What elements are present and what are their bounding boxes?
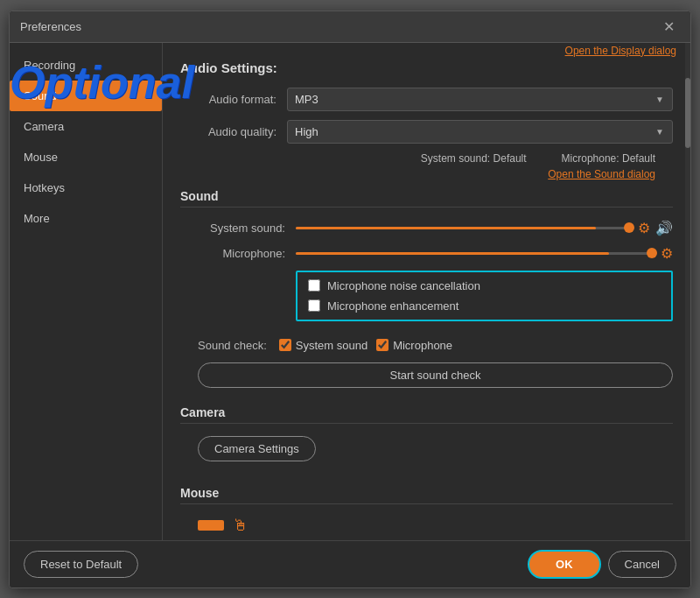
sidebar-item-camera[interactable]: Camera <box>10 111 162 142</box>
system-sound-status: System sound: Default <box>421 152 527 165</box>
noise-cancellation-row: Microphone noise cancellation <box>308 279 661 292</box>
mouse-row: 🖱 <box>198 517 673 535</box>
start-sound-check-button[interactable]: Start sound check <box>198 362 673 388</box>
enhancement-checkbox[interactable] <box>308 299 320 312</box>
sidebar-item-hotkeys[interactable]: Hotkeys <box>10 172 162 203</box>
camera-section-title: Camera <box>180 405 673 424</box>
system-sound-fill <box>296 227 596 229</box>
microphone-slider-label: Microphone: <box>180 247 285 260</box>
close-button[interactable]: ✕ <box>658 17 680 37</box>
system-sound-slider-label: System sound: <box>180 222 285 235</box>
mouse-icon: 🖱 <box>233 517 248 535</box>
optional-banner: Optional <box>10 60 194 105</box>
optional-text: Optional <box>10 57 194 108</box>
noise-cancellation-checkbox[interactable] <box>308 279 320 292</box>
sidebar-item-mouse[interactable]: Mouse <box>10 142 162 172</box>
system-sound-check-label: System sound <box>296 339 368 352</box>
audio-quality-select[interactable]: High Medium Low <box>287 120 673 144</box>
main-content: Audio Settings: Audio format: MP3 AAC M4… <box>163 43 690 540</box>
microphone-checkbox[interactable] <box>376 339 388 351</box>
audio-quality-label: Audio quality: <box>180 125 276 138</box>
microphone-slider-row: Microphone: ⚙ <box>180 245 673 262</box>
system-sound-thumb[interactable] <box>624 222 634 233</box>
scrollbar-thumb[interactable] <box>685 78 690 148</box>
system-sound-slider[interactable] <box>296 227 629 229</box>
sidebar-item-more[interactable]: More <box>10 203 162 234</box>
audio-quality-row: Audio quality: High Medium Low <box>180 120 673 144</box>
microphone-slider[interactable] <box>296 252 652 255</box>
system-sound-slider-row: System sound: ⚙ 🔊 <box>180 220 673 236</box>
microphone-check-label: Microphone <box>393 339 452 352</box>
microphone-status: Microphone: Default <box>562 152 655 165</box>
audio-format-row: Audio format: MP3 AAC M4A OGG <box>180 88 673 111</box>
title-bar: Preferences ✕ <box>10 11 690 43</box>
ok-button[interactable]: OK <box>528 550 601 579</box>
reset-button[interactable]: Reset to Default <box>24 551 138 578</box>
microphone-settings-icon[interactable]: ⚙ <box>661 245 673 262</box>
system-sound-volume-icon[interactable]: 🔊 <box>655 220 673 236</box>
scrollbar-track[interactable] <box>685 43 690 540</box>
system-sound-checkbox[interactable] <box>279 339 291 351</box>
dialog-title: Preferences <box>20 20 81 33</box>
dialog-body: Recording Sound Camera Mouse Hotkeys Mor… <box>10 43 690 540</box>
system-sound-settings-icon[interactable]: ⚙ <box>638 220 650 236</box>
enhancement-label: Microphone enhancement <box>327 299 458 313</box>
audio-format-select[interactable]: MP3 AAC M4A OGG <box>287 88 673 111</box>
bottom-right-buttons: OK Cancel <box>528 550 676 579</box>
cancel-button[interactable]: Cancel <box>608 551 676 578</box>
system-sound-check-wrapper: System sound <box>279 339 368 352</box>
microphone-checkbox-group: Microphone noise cancellation Microphone… <box>296 271 673 321</box>
audio-format-select-wrapper: MP3 AAC M4A OGG <box>287 88 673 111</box>
microphone-thumb[interactable] <box>647 248 657 258</box>
sound-dialog-link[interactable]: Open the Sound dialog <box>180 168 673 180</box>
audio-settings-header: Audio Settings: <box>180 60 673 75</box>
preferences-dialog: Preferences ✕ Open the Display dialog Op… <box>9 11 691 588</box>
mouse-section-title: Mouse <box>180 486 673 504</box>
sound-check-row: Sound check: System sound Microphone <box>198 339 673 352</box>
microphone-fill <box>296 252 609 255</box>
bottom-bar: Reset to Default OK Cancel <box>10 540 690 587</box>
sound-section-title: Sound <box>180 189 673 208</box>
enhancement-row: Microphone enhancement <box>308 299 661 313</box>
audio-quality-select-wrapper: High Medium Low <box>287 120 673 144</box>
microphone-check-wrapper: Microphone <box>376 339 452 352</box>
audio-status-row: System sound: Default Microphone: Defaul… <box>180 152 673 165</box>
sidebar: Recording Sound Camera Mouse Hotkeys Mor… <box>10 43 163 540</box>
noise-cancellation-label: Microphone noise cancellation <box>327 279 480 292</box>
mouse-slider-fill <box>198 520 224 531</box>
sound-check-label: Sound check: <box>198 339 267 352</box>
audio-format-label: Audio format: <box>180 93 276 106</box>
camera-settings-button[interactable]: Camera Settings <box>198 436 316 461</box>
microphone-icons: ⚙ <box>661 245 673 262</box>
system-sound-icons: ⚙ 🔊 <box>638 220 673 236</box>
